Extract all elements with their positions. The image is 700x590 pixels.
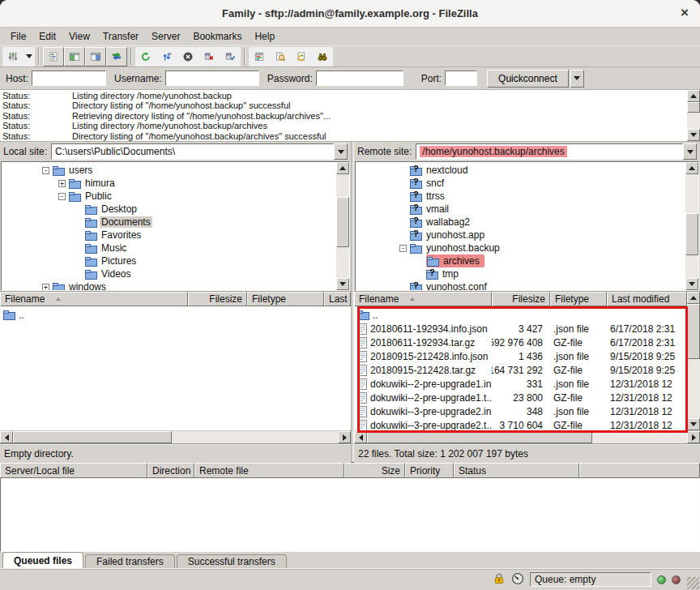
scroll-up-button[interactable] xyxy=(336,162,349,174)
sync-browse-button[interactable] xyxy=(291,47,312,66)
quickconnect-dropdown-button[interactable] xyxy=(570,70,584,88)
tree-node-vmail[interactable]: ?vmail xyxy=(356,203,685,216)
scroll-down-button[interactable] xyxy=(687,418,700,430)
scroll-track[interactable] xyxy=(172,431,338,443)
scroll-up-button[interactable] xyxy=(687,90,700,102)
scroll-thumb[interactable] xyxy=(687,102,700,113)
collapse-icon[interactable]: - xyxy=(42,167,49,174)
file-row[interactable]: 20180611-192934.info.json3 427.json file… xyxy=(354,322,687,336)
refresh-button[interactable] xyxy=(135,47,156,66)
scroll-thumb[interactable] xyxy=(13,431,172,443)
menu-edit[interactable]: Edit xyxy=(32,28,62,45)
file-row[interactable]: 20180915-212428.tar.gz164 731 292GZ-file… xyxy=(354,363,687,377)
column-filename[interactable]: Filename xyxy=(0,292,188,306)
tree-node-windows[interactable]: +windows xyxy=(2,280,336,290)
cancel-button[interactable] xyxy=(177,47,198,66)
queue-column-remote-file[interactable]: Remote file xyxy=(194,463,344,478)
file-row[interactable]: 20180915-212428.info.json1 436.json file… xyxy=(354,349,687,363)
resize-grip[interactable] xyxy=(687,577,699,589)
menu-bookmarks[interactable]: Bookmarks xyxy=(186,28,248,45)
column-filetype[interactable]: Filetype xyxy=(247,292,324,306)
reconnect-button[interactable] xyxy=(220,47,241,66)
file-row[interactable]: 20180611-192934.tar.gz592 976 408GZ-file… xyxy=(354,336,687,349)
menu-transfer[interactable]: Transfer xyxy=(96,28,145,45)
tab-queued-files[interactable]: Queued files xyxy=(2,552,83,568)
scroll-thumb[interactable] xyxy=(685,213,698,255)
file-row[interactable]: dokuwiki--2-pre-upgrade1.t...23 800GZ-fi… xyxy=(354,391,687,404)
file-row[interactable]: dokuwiki--2-pre-upgrade1.in...331.json f… xyxy=(354,377,687,391)
expand-icon[interactable]: + xyxy=(42,284,49,291)
scroll-up-button[interactable] xyxy=(687,292,700,304)
tree-node-ttrss[interactable]: ?ttrss xyxy=(356,190,685,203)
tree-node-himura[interactable]: +himura xyxy=(2,177,336,190)
tree-node-tmp[interactable]: ?tmp xyxy=(356,267,685,280)
disconnect-button[interactable] xyxy=(198,47,220,66)
collapse-icon[interactable]: - xyxy=(399,245,407,252)
menu-view[interactable]: View xyxy=(62,28,96,45)
menu-help[interactable]: Help xyxy=(248,28,281,45)
file-row[interactable]: dokuwiki--3-pre-upgrade2.t...3 710 604GZ… xyxy=(354,418,687,430)
scroll-down-button[interactable] xyxy=(687,129,700,141)
scroll-track[interactable] xyxy=(685,174,698,213)
column-filetype[interactable]: Filetype xyxy=(550,292,607,306)
queue-column-direction[interactable]: Direction xyxy=(147,463,194,478)
site-manager-dropdown-button[interactable] xyxy=(23,47,35,66)
tab-failed-transfers[interactable]: Failed transfers xyxy=(85,554,175,568)
expand-icon[interactable]: + xyxy=(58,180,66,187)
compare-button[interactable] xyxy=(270,47,291,66)
tree-node-yunohost-app[interactable]: ?yunohost.app xyxy=(356,229,685,242)
local-hscrollbar[interactable] xyxy=(0,430,351,443)
scroll-left-button[interactable] xyxy=(354,431,367,443)
remote-tree-scrollbar[interactable] xyxy=(685,162,698,290)
site-manager-button[interactable] xyxy=(2,47,23,66)
scroll-thumb[interactable] xyxy=(687,304,700,359)
file-row[interactable]: dokuwiki--3-pre-upgrade2.in...348.json f… xyxy=(354,404,687,418)
tree-node-music[interactable]: Music xyxy=(2,242,336,254)
tree-node-archives[interactable]: archives xyxy=(356,254,685,267)
remote-list-scrollbar[interactable] xyxy=(687,292,700,430)
quickconnect-button[interactable]: Quickconnect xyxy=(487,70,569,88)
remote-path-field[interactable]: /home/yunohost.backup/archives xyxy=(416,143,683,160)
tree-node-users[interactable]: -users xyxy=(2,164,336,177)
tree-node-documents[interactable]: Documents xyxy=(2,216,336,229)
queue-column-server-local-file[interactable]: Server/Local file xyxy=(0,463,147,478)
column-last[interactable]: Last xyxy=(324,292,351,306)
tree-node-pictures[interactable]: Pictures xyxy=(2,254,336,267)
toggle-queue-button[interactable] xyxy=(106,47,127,66)
host-input[interactable] xyxy=(32,71,106,86)
remote-hscrollbar[interactable] xyxy=(354,430,700,443)
scroll-thumb[interactable] xyxy=(336,197,349,247)
file-row[interactable]: .. xyxy=(354,308,687,322)
scroll-track[interactable] xyxy=(685,255,698,278)
queue-column-status[interactable]: Status xyxy=(454,463,579,478)
scroll-right-button[interactable] xyxy=(338,431,351,443)
scroll-track[interactable] xyxy=(687,113,700,129)
local-path-field[interactable]: C:\users\Public\Documents\ xyxy=(51,143,334,160)
log-scrollbar[interactable] xyxy=(687,90,700,141)
scroll-up-button[interactable] xyxy=(685,162,698,174)
tree-node-public[interactable]: -Public xyxy=(2,190,336,203)
speed-limit-gauge-icon[interactable] xyxy=(511,572,524,588)
find-button[interactable] xyxy=(312,47,333,66)
column-filesize[interactable]: Filesize xyxy=(492,292,550,306)
tree-node-favorites[interactable]: Favorites xyxy=(2,229,336,242)
tree-node-nextcloud[interactable]: ?nextcloud xyxy=(356,164,685,177)
close-icon[interactable]: × xyxy=(681,5,689,21)
scroll-down-button[interactable] xyxy=(336,278,349,290)
tree-node-desktop[interactable]: Desktop xyxy=(2,203,336,216)
local-path-dropdown-button[interactable] xyxy=(334,143,348,160)
tree-node-yunohost-backup[interactable]: -yunohost.backup xyxy=(356,242,685,254)
scroll-thumb[interactable] xyxy=(367,431,592,443)
username-input[interactable] xyxy=(165,71,259,86)
tree-node-videos[interactable]: Videos xyxy=(2,267,336,280)
scroll-track[interactable] xyxy=(687,359,700,418)
scroll-track[interactable] xyxy=(592,431,687,443)
toggle-log-button[interactable] xyxy=(43,47,64,66)
queue-column-size[interactable]: Size xyxy=(344,463,405,478)
remote-path-dropdown-button[interactable] xyxy=(683,143,697,160)
column-filesize[interactable]: Filesize xyxy=(188,292,247,306)
filter-button[interactable] xyxy=(249,47,270,66)
toggle-local-tree-button[interactable] xyxy=(64,47,85,66)
column-last-modified[interactable]: Last modified xyxy=(607,292,687,306)
scroll-track[interactable] xyxy=(336,174,349,197)
